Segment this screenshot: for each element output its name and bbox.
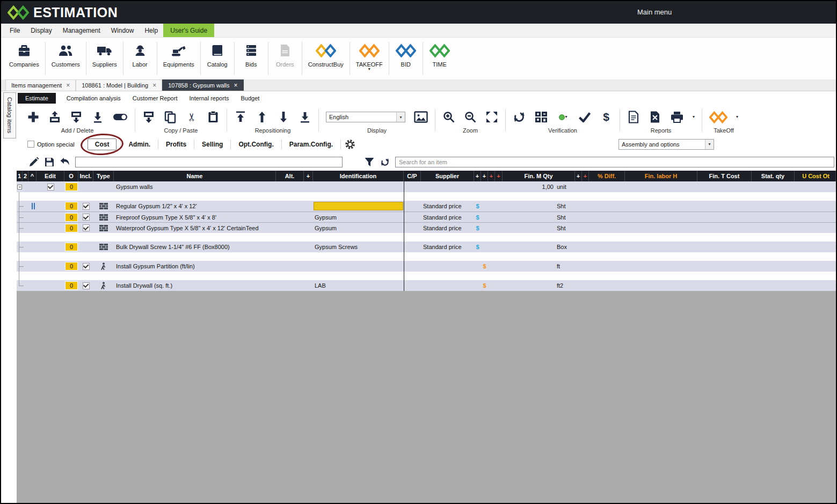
table-row[interactable]: 0 Install Gypsum Partition (ft/lin) $ ft <box>17 261 836 272</box>
header-incl[interactable]: Incl. <box>78 171 93 181</box>
cost-button[interactable]: Cost <box>88 138 117 150</box>
image-icon[interactable] <box>414 109 428 125</box>
assembly-options-dropdown[interactable]: Assembly and options ▾ <box>618 139 714 150</box>
highlighted-identification-field[interactable] <box>314 202 403 210</box>
menu-display[interactable]: Display <box>25 24 57 37</box>
filter-funnel-icon[interactable] <box>364 157 375 167</box>
incl-checkbox[interactable] <box>83 203 90 210</box>
tab-customer-report[interactable]: Customer Report <box>132 93 179 104</box>
table-row[interactable]: 0 Install Drywall (sq. ft.) LAB $ ft2 <box>17 280 836 291</box>
menu-users-guide[interactable]: User's Guide <box>163 24 214 37</box>
close-icon[interactable]: × <box>66 82 70 89</box>
header-fin-labor-h[interactable]: Fin. labor H <box>625 171 697 181</box>
chevron-down-icon[interactable]: ▾ <box>693 115 695 119</box>
header-col1[interactable]: 1 <box>17 171 23 181</box>
close-icon[interactable]: × <box>234 82 237 89</box>
header-fin-t-cost[interactable]: Fin. T Cost <box>697 171 752 181</box>
incl-checkbox[interactable] <box>83 214 90 221</box>
chevron-down-icon[interactable]: ▾ <box>396 112 405 122</box>
header-col2[interactable]: 2 <box>23 171 28 181</box>
toolbar-equipments[interactable]: Equipments <box>158 38 199 79</box>
table-row[interactable]: 0 Bulk Drywall Screw 1-1/4" #6 FF (Box80… <box>17 242 836 252</box>
header-edit[interactable]: Edit <box>37 171 64 181</box>
tab-compilation-analysis[interactable]: Compilation analysis <box>65 93 122 104</box>
cut-icon[interactable]: ✂ <box>185 109 198 125</box>
toolbar-suppliers[interactable]: Suppliers <box>88 38 122 79</box>
add-icon[interactable] <box>27 109 40 125</box>
opt-config-button[interactable]: Opt.Config. <box>235 139 277 150</box>
insert-below-icon[interactable] <box>70 109 83 125</box>
header-plus[interactable]: + <box>481 171 488 181</box>
header-o[interactable]: O <box>64 171 78 181</box>
header-stat-qty[interactable]: Stat. qty <box>752 171 795 181</box>
header-pct-diff[interactable]: % Diff. <box>589 171 625 181</box>
header-plus[interactable]: + <box>488 171 495 181</box>
header-alt[interactable]: Alt. <box>276 171 304 181</box>
param-config-button[interactable]: Param.Config. <box>286 139 337 150</box>
toolbar-companies[interactable]: Companies <box>4 38 44 79</box>
tab-gypsum-walls[interactable]: 107858 : Gypsum walls × <box>162 79 243 91</box>
cost-dollar-icon[interactable]: $ <box>483 282 486 289</box>
header-cp[interactable]: C/P <box>404 171 421 181</box>
check-icon[interactable] <box>578 109 591 125</box>
table-row[interactable]: 0 Fireproof Gypsum Type X 5/8" x 4' x 8'… <box>17 211 836 222</box>
tab-budget[interactable]: Budget <box>239 93 260 104</box>
move-down-icon[interactable] <box>277 109 290 125</box>
table-row[interactable]: 0 Regular Gypsum 1/2" x 4' x 12' Standar… <box>17 201 836 211</box>
catalog-items-side-tab[interactable]: Catalog items <box>3 92 16 138</box>
tab-internal-reports[interactable]: Internal reports <box>188 93 230 104</box>
report-icon[interactable] <box>627 109 640 125</box>
toolbar-takeoff[interactable]: TAKEOFF ▾ <box>351 38 388 79</box>
header-plus[interactable]: + <box>474 171 481 181</box>
fullscreen-icon[interactable] <box>485 109 498 125</box>
toolbar-labor[interactable]: Labor <box>125 38 156 79</box>
header-type[interactable]: Type <box>93 171 114 181</box>
cost-dollar-icon[interactable]: $ <box>476 225 479 231</box>
edit-checkbox[interactable] <box>47 184 54 191</box>
search-input[interactable] <box>395 157 834 167</box>
close-icon[interactable]: × <box>152 82 156 89</box>
row-identification[interactable] <box>313 201 404 211</box>
toolbar-bids[interactable]: Bids <box>236 38 267 79</box>
header-plus[interactable]: + <box>304 171 313 181</box>
chevron-down-icon[interactable]: ▾ <box>705 140 714 149</box>
tab-model-building[interactable]: 108861 : Model | Building × <box>76 79 162 91</box>
toggle-icon[interactable] <box>113 109 128 125</box>
matrix-icon[interactable] <box>534 109 548 125</box>
cost-dollar-icon[interactable]: $ <box>476 203 479 209</box>
menu-help[interactable]: Help <box>139 24 163 37</box>
copy-icon[interactable] <box>164 109 177 125</box>
chevron-down-icon[interactable]: ▾ <box>736 115 738 119</box>
incl-checkbox[interactable] <box>83 282 90 289</box>
takeoff-diamonds-icon[interactable] <box>709 109 727 125</box>
undo-icon[interactable] <box>60 157 70 167</box>
status-dot-icon[interactable]: ▾ <box>557 109 570 125</box>
cost-dollar-icon[interactable]: $ <box>483 263 486 269</box>
table-row-group[interactable]: 0 Gypsum walls 1,00unit <box>17 181 836 192</box>
toolbar-constructbuy[interactable]: ConstructBuy <box>303 38 348 79</box>
save-icon[interactable] <box>44 157 55 167</box>
header-plus[interactable]: + <box>495 171 503 181</box>
incl-checkbox[interactable] <box>83 263 90 270</box>
selling-button[interactable]: Selling <box>198 139 227 150</box>
zoom-in-icon[interactable] <box>442 109 455 125</box>
incl-checkbox[interactable] <box>83 224 90 231</box>
toolbar-bid[interactable]: BID <box>390 38 421 79</box>
zoom-out-icon[interactable] <box>464 109 477 125</box>
header-name[interactable]: Name <box>114 171 276 181</box>
pane-divider[interactable] <box>404 181 404 291</box>
header-fin-m-qty[interactable]: Fin. M Qty <box>503 171 575 181</box>
excel-export-icon[interactable] <box>649 109 661 125</box>
pencil-icon[interactable] <box>28 157 39 167</box>
header-supplier[interactable]: Supplier <box>421 171 474 181</box>
menu-management[interactable]: Management <box>57 24 106 37</box>
dollar-icon[interactable]: $ <box>600 109 613 125</box>
move-bottom-icon[interactable] <box>299 109 311 125</box>
tab-estimate[interactable]: Estimate <box>18 93 56 104</box>
move-up-icon[interactable] <box>256 109 268 125</box>
menu-window[interactable]: Window <box>106 24 140 37</box>
gear-icon[interactable] <box>345 139 355 150</box>
collapse-toggle-icon[interactable] <box>17 185 22 189</box>
cost-dollar-icon[interactable]: $ <box>476 214 479 221</box>
header-sort[interactable]: ^ <box>28 171 37 181</box>
